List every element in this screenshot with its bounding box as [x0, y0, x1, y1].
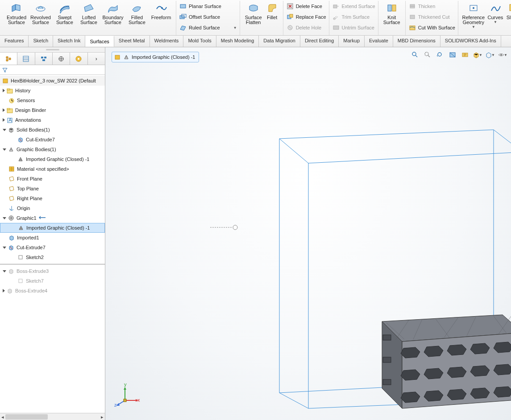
tree-item-label: Boss-Extrude4 [15, 288, 47, 293]
svg-text:A: A [8, 117, 12, 123]
tree-item-history[interactable]: History [0, 86, 105, 95]
reference-geometry-button[interactable]: Reference Geometry▼ [461, 1, 486, 35]
tree-item-label: History [15, 88, 30, 93]
tree-item-material-not-specified-[interactable]: Material <not specified> [0, 164, 105, 174]
tree-item-sensors[interactable]: Sensors [0, 95, 105, 105]
tree-item-solid-bodies-1-[interactable]: Solid Bodies(1) [0, 125, 105, 135]
tree-item-design-binder[interactable]: Design Binder [0, 105, 105, 115]
tree-item-boss-extrude3[interactable]: Boss-Extrude3 [0, 266, 105, 276]
tree-item-sketch7[interactable]: Sketch7 [0, 276, 105, 286]
tab-sheet-metal[interactable]: Sheet Metal [114, 36, 150, 47]
panel-grip[interactable] [0, 47, 105, 53]
tree-item-front-plane[interactable]: Front Plane [0, 174, 105, 184]
tree-item-annotations[interactable]: AAnnotations [0, 115, 105, 125]
filter-icon [2, 67, 8, 73]
tree-item-imported-graphic-closed-1[interactable]: Imported Graphic (Closed) -1 [0, 223, 105, 233]
tree-twisty[interactable] [3, 247, 6, 249]
tree-item-imported-graphic-closed-1[interactable]: Imported Graphic (Closed) -1 [0, 154, 105, 164]
freeform-button[interactable]: Freeform [149, 1, 173, 35]
cut-with-surface-button[interactable]: Cut With Surface [408, 22, 455, 33]
lofted-surface-button[interactable]: Lofted Surface [77, 1, 101, 35]
feature-manager-tab[interactable] [0, 53, 17, 65]
tree-item-imported1[interactable]: Imported1 [0, 233, 105, 243]
boundary-surface-button[interactable]: Boundary Surface [101, 1, 125, 35]
surface-flatten-button[interactable]: Surface Flatten [243, 1, 264, 35]
curves-button[interactable]: Curves▼ [486, 1, 505, 35]
knit-surface-button[interactable]: Knit Surface [381, 1, 403, 25]
scrollbar-thumb[interactable] [5, 414, 48, 420]
tab-features[interactable]: Features [0, 36, 29, 47]
tree-item-label: Cut-Extrude7 [26, 137, 55, 142]
tab-markup[interactable]: Markup [339, 36, 365, 47]
dimxpert-manager-tab[interactable] [53, 53, 70, 65]
svg-rect-13 [392, 5, 396, 11]
swept-surface-button[interactable]: Swept Surface [53, 1, 77, 35]
tab-sketch-ink[interactable]: Sketch Ink [53, 36, 85, 47]
tab-mbd-dimensions[interactable]: MBD Dimensions [393, 36, 440, 47]
display-style-button[interactable]: ▼ [485, 50, 495, 60]
rollback-bar[interactable] [0, 264, 105, 264]
property-manager-tab[interactable] [17, 53, 35, 65]
ruled-surface-button[interactable]: Ruled Surface▼ [179, 22, 237, 33]
tree-twisty[interactable] [3, 108, 5, 112]
selection-breadcrumb[interactable]: Imported Graphic (Closed) -1 [112, 52, 199, 62]
tree-twisty[interactable] [3, 148, 6, 151]
replace-face-button[interactable]: Replace Face [286, 12, 326, 22]
tree-item-right-plane[interactable]: Right Plane [0, 194, 105, 203]
tree-item-sketch2[interactable]: Sketch2 [0, 252, 105, 262]
slicing-button[interactable]: Slicing [505, 1, 511, 35]
tree-twisty[interactable] [3, 217, 6, 219]
tree-item-graphic1[interactable]: Graphic1 [0, 213, 105, 223]
tab-mesh-modeling[interactable]: Mesh Modeling [216, 36, 259, 47]
tree-item-label: Right Plane [17, 196, 42, 201]
section-view-button[interactable] [448, 50, 457, 60]
scroll-left-icon[interactable]: ◂ [0, 413, 5, 420]
scroll-right-icon[interactable]: ▸ [100, 413, 105, 420]
tree-item-graphic-bodies-1-[interactable]: Graphic Bodies(1) [0, 144, 105, 154]
tab-direct-editing[interactable]: Direct Editing [300, 36, 339, 47]
surface-flatten-icon [246, 2, 261, 14]
zoom-area-button[interactable] [423, 50, 432, 60]
zoom-fit-button[interactable] [410, 50, 420, 60]
tab-weldments[interactable]: Weldments [150, 36, 184, 47]
tree-item-cut-extrude7[interactable]: Cut-Extrude7 [0, 135, 105, 144]
overflow-tab[interactable]: › [88, 53, 105, 65]
horizontal-scrollbar[interactable]: ◂ ▸ [0, 413, 105, 420]
dropdown-icon: ▼ [472, 25, 475, 29]
tree-twisty[interactable] [3, 129, 6, 131]
tree-twisty[interactable] [3, 289, 5, 292]
sensor-icon [8, 97, 15, 104]
offset-surface-button[interactable]: Offset Surface [179, 12, 237, 22]
filled-surface-button[interactable]: Filled Surface [125, 1, 149, 35]
tab-evaluate[interactable]: Evaluate [365, 36, 393, 47]
tab-sketch[interactable]: Sketch [29, 36, 53, 47]
previous-view-button[interactable] [435, 50, 445, 60]
tree-item-label: Solid Bodies(1) [17, 127, 50, 132]
display-manager-tab[interactable] [70, 53, 87, 65]
configuration-manager-tab[interactable] [35, 53, 53, 65]
tab-data-migration[interactable]: Data Migration [259, 36, 300, 47]
tab-surfaces[interactable]: Surfaces [85, 36, 114, 47]
tree-item-cut-extrude7[interactable]: Cut-Extrude7 [0, 243, 105, 252]
fillet-button[interactable]: Fillet [264, 1, 280, 35]
orientation-triad[interactable]: x y z [114, 383, 141, 408]
document-root[interactable]: HexBitHolder_3 row_SW 2022 (Default [0, 76, 105, 86]
tree-item-top-plane[interactable]: Top Plane [0, 184, 105, 194]
cut-icon [17, 136, 24, 143]
revolved-surface-button[interactable]: Revolved Surface [29, 1, 53, 35]
tree-item-origin[interactable]: Origin [0, 203, 105, 213]
tree-item-boss-extrude4[interactable]: Boss-Extrude4 [0, 286, 105, 296]
tree-twisty[interactable] [3, 89, 5, 92]
tab-solidworks-add-ins[interactable]: SOLIDWORKS Add-Ins [440, 36, 501, 47]
hide-show-button[interactable]: ▼ [498, 50, 507, 60]
delete-face-button[interactable]: Delete Face [286, 1, 326, 12]
tree-twisty[interactable] [3, 118, 5, 122]
planar-surface-button[interactable]: Planar Surface [179, 1, 237, 12]
dynamic-annotation-button[interactable] [460, 50, 470, 60]
view-orientation-button[interactable]: ▼ [473, 50, 482, 60]
extruded-surface-button[interactable]: Extruded Surface [4, 1, 29, 35]
tree-twisty[interactable] [3, 270, 6, 272]
tab-mold-tools[interactable]: Mold Tools [183, 36, 216, 47]
graphics-viewport[interactable]: Imported Graphic (Closed) -1 ▼ ▼ ▼ [105, 47, 511, 420]
filter-row[interactable] [0, 65, 105, 75]
